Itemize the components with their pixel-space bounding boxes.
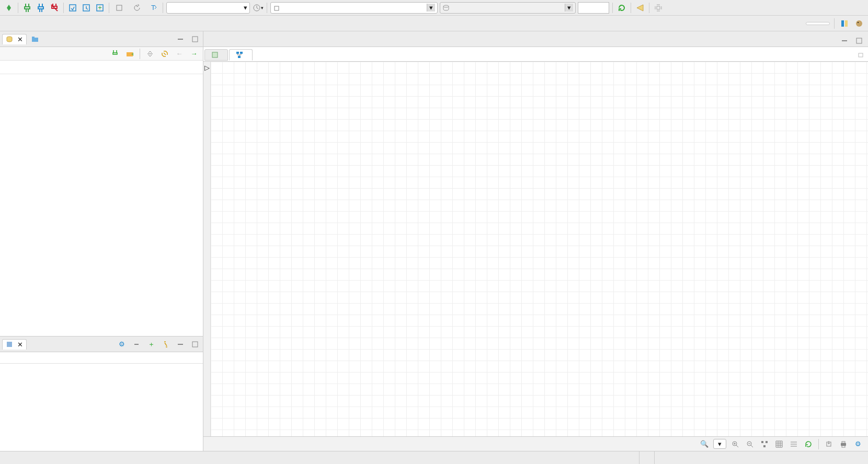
svg-rect-17 [192,37,198,42]
svg-point-11 [856,20,862,27]
svg-rect-35 [763,445,766,447]
connect-icon[interactable] [109,48,121,60]
expand-icon[interactable] [653,2,664,14]
svg-point-8 [443,5,449,7]
zoom-select[interactable]: ▾ [713,439,726,449]
perspective-dbeaver-icon[interactable] [853,18,865,29]
settings-icon[interactable]: ⚙ [852,438,864,450]
back-icon[interactable]: ← [174,48,185,60]
svg-rect-21 [134,344,139,345]
collapse-all-icon[interactable] [144,48,156,60]
transaction-mode-icon[interactable]: T [148,2,159,14]
grid-icon[interactable] [773,438,785,450]
svg-rect-27 [236,52,239,54]
layout-icon[interactable] [759,438,770,450]
link-editor-icon[interactable] [159,48,170,60]
result-limit-field[interactable] [578,2,609,14]
maximize-icon[interactable] [189,339,201,350]
minimize-icon[interactable] [839,35,850,47]
search-icon[interactable]: 🔍 [699,438,710,450]
commit-button[interactable] [112,2,128,14]
datasource-select[interactable]: ▾ [270,2,438,14]
export-icon[interactable] [823,438,835,450]
rollback-button[interactable] [130,2,146,14]
svg-point-12 [858,22,859,23]
svg-rect-7 [275,6,279,10]
forward-icon[interactable]: → [188,48,200,60]
palette-toggle[interactable]: ▷ [203,62,211,436]
print-icon[interactable] [838,438,849,450]
editor-subtabs [203,47,868,62]
history-icon[interactable]: ▾ [252,2,264,14]
svg-rect-30 [859,53,863,57]
close-icon[interactable]: ✕ [17,341,23,349]
svg-rect-25 [856,38,862,43]
svg-rect-34 [766,441,768,443]
tab-database-navigator[interactable]: ✕ [2,34,27,44]
svg-rect-37 [841,443,846,446]
refresh-diagram-icon[interactable] [803,438,814,450]
status-locale[interactable] [654,451,669,464]
tab-project-general[interactable]: ✕ [2,339,27,350]
main-toolbar: + T ▾ ▾ ▾ ▾ [0,0,868,16]
minimize-icon[interactable] [175,339,186,350]
svg-rect-24 [842,40,847,41]
add-icon[interactable]: ＋ [145,339,157,350]
plug-blue-icon[interactable] [35,2,47,14]
navigator-tree[interactable] [0,74,203,336]
svg-rect-4 [117,5,122,10]
er-canvas[interactable] [211,62,868,436]
svg-rect-26 [212,52,218,57]
stop-icon[interactable] [634,2,646,14]
svg-rect-33 [761,441,763,443]
chevron-down-icon: ▾ [718,440,722,448]
gear-icon[interactable]: ⚙ [116,339,128,350]
status-timezone[interactable] [639,451,654,464]
plug-green-icon[interactable] [21,2,33,14]
zoom-out-icon[interactable] [744,438,756,450]
commit-mode-select[interactable]: ▾ [166,2,250,14]
schema-select[interactable]: ▾ [440,2,576,14]
svg-rect-22 [178,344,183,345]
link-icon[interactable] [160,339,172,350]
subtab-properties[interactable] [204,49,228,61]
navigator-filter-input[interactable] [0,61,203,74]
svg-rect-38 [842,442,845,443]
refresh-icon[interactable] [616,2,627,14]
project-panel: ✕ ⚙ ＋ [0,336,203,451]
editor-tabstrip [203,31,868,47]
chevron-down-icon: ▾ [244,4,247,11]
svg-rect-23 [192,342,198,347]
close-icon[interactable]: ✕ [17,36,23,43]
project-columns-header [0,352,203,364]
tab-projects[interactable] [28,34,44,44]
collapse-icon[interactable] [131,339,142,350]
new-folder-icon[interactable]: + [124,48,135,60]
new-connection-icon[interactable] [3,2,15,14]
plug-disconnect-icon[interactable] [49,2,60,14]
editor-context-label [858,50,868,58]
maximize-icon[interactable] [189,33,201,45]
svg-rect-28 [240,52,243,54]
chevron-down-icon: ▾ [427,4,435,11]
perspective-db-icon[interactable] [839,18,850,29]
minimize-icon[interactable] [175,33,186,45]
svg-rect-39 [842,446,845,447]
global-status-bar [0,451,868,464]
sql-new-icon[interactable]: + [94,2,106,14]
navigator-tabstrip: ✕ [0,31,203,47]
maximize-icon[interactable] [853,35,865,47]
quick-access-button[interactable] [806,22,830,25]
svg-text:T: T [151,4,155,11]
navigator-toolbar: + ← → [0,47,203,61]
diagram-status-bar: 🔍 ▾ ⚙ [203,436,868,451]
subtab-er-diagram[interactable] [229,49,253,61]
svg-rect-20 [7,342,12,347]
chevron-down-icon: ▾ [565,4,573,11]
zoom-in-icon[interactable] [729,438,741,450]
sql-recent-icon[interactable] [81,2,92,14]
svg-text:+: + [98,4,102,11]
attributes-icon[interactable] [788,438,800,450]
secondary-toolbar [0,16,868,31]
sql-editor-icon[interactable] [67,2,78,14]
